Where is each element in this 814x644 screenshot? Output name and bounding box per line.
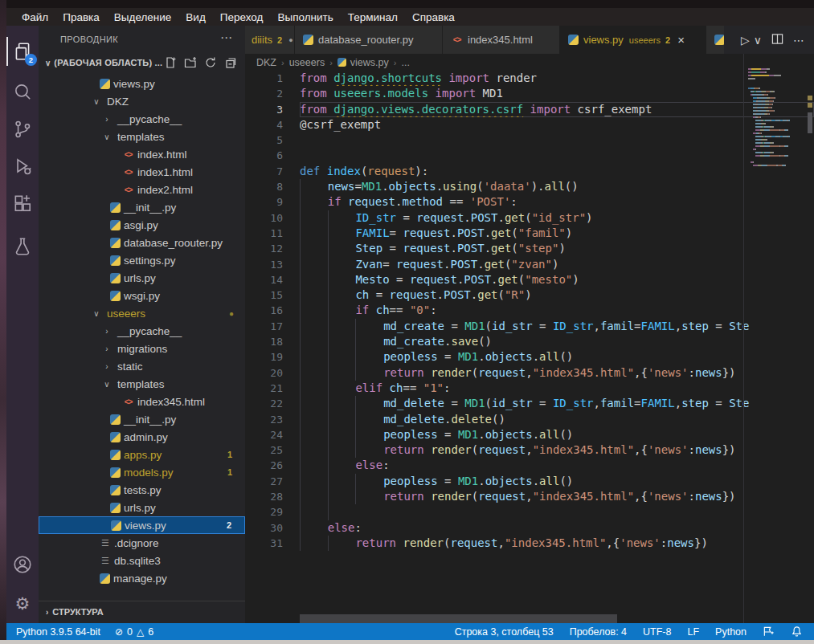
run-python-file-icon[interactable]: ▷ [741,35,750,46]
code-line-16[interactable]: 16 if ch== "0": [245,303,814,318]
tree-item-.dcignore[interactable]: ☰.dcignore [39,534,245,552]
code-line-29[interactable]: 29 [245,504,814,520]
tree-item-manage.py[interactable]: manage.py [39,569,245,587]
status-language-mode[interactable]: Python [715,626,747,638]
code-line-14[interactable]: 14 Mesto = request.POST.get("mesto") [245,272,814,287]
menu-item-Файл[interactable]: Файл [14,11,55,23]
status-problems[interactable]: ⊘0△6 [115,626,153,638]
code-line-24[interactable]: 24 peopless = MD1.objects.all() [245,427,814,442]
tree-item-models.py[interactable]: models.py1 [39,463,245,481]
code-line-28[interactable]: 28 return render(request,"index345.html"… [245,489,814,504]
code-line-27[interactable]: 27 peopless = MD1.objects.all() [245,474,814,489]
breadcrumb-item-...[interactable]: ... [401,57,409,68]
refresh-icon[interactable] [204,56,217,69]
status-eol[interactable]: LF [687,626,699,638]
code-line-18[interactable]: 18 md_create.save() [245,334,814,349]
new-folder-icon[interactable] [184,56,197,69]
tree-item-__init__.py[interactable]: __init__.py [39,410,245,428]
account-icon[interactable] [12,554,33,575]
tree-item-views.py[interactable]: views.py [39,75,245,92]
status-python-interpreter[interactable]: Python 3.9.5 64-bit [16,626,100,638]
horizontal-scrollbar[interactable] [300,614,617,623]
code-line-22[interactable]: 22 md_delete = MD1(id_str = ID_str,famil… [245,396,814,411]
menu-item-Переход[interactable]: Переход [213,11,271,23]
code-line-4[interactable]: 4@csrf_exempt [245,117,814,132]
code-line-12[interactable]: 12 Step = request.POST.get("step") [245,241,814,256]
tree-item-migrations[interactable]: ›migrations [39,340,245,357]
tree-item-index2.html[interactable]: <>index2.html [39,181,245,198]
tree-item-urls.py[interactable]: urls.py [39,499,245,516]
code-line-8[interactable]: 8 news=MD1.objects.using('daata').all() [245,179,814,194]
tree-item-index.html[interactable]: <>index.html [39,145,245,163]
code-line-6[interactable]: 6 [245,148,814,163]
settings-gear-icon[interactable]: ⚙ [12,593,33,613]
run-debug-icon[interactable] [12,156,33,177]
status-encoding[interactable]: UTF-8 [643,626,671,638]
outline-section-header[interactable]: › СТРУКТУРА [39,601,245,622]
tree-item-index345.html[interactable]: <>index345.html [39,393,245,410]
tree-item-settings.py[interactable]: settings.py [39,251,245,269]
collapse-all-icon[interactable] [224,56,237,69]
code-line-19[interactable]: 19 peopless = MD1.objects.all() [245,349,814,365]
tab-diiits[interactable]: diiits2● [245,26,295,54]
tree-item-wsgi.py[interactable]: wsgi.py [39,287,245,304]
tree-item-useeers[interactable]: ∨useeers● [39,304,245,322]
code-line-10[interactable]: 10 ID_str = request.POST.get("id_str") [245,210,814,226]
workspace-section-header[interactable]: ∨ (РАБОЧАЯ ОБЛАСТЬ) ... [39,53,245,72]
tree-item-index1.html[interactable]: <>index1.html [39,163,245,181]
breadcrumb-item-views.py[interactable]: views.py [350,57,389,68]
code-line-31[interactable]: 31 return render(request,"index345.html"… [245,536,814,551]
split-editor-icon[interactable] [771,33,783,47]
tab-close-icon[interactable]: × [677,33,685,47]
tree-item-templates[interactable]: ∨templates [39,375,245,393]
breadcrumb-item-DKZ[interactable]: DKZ [256,57,276,68]
code-editor[interactable]: 1from django.shortcuts import render2fro… [245,71,814,551]
code-line-15[interactable]: 15 ch = request.POST.get("R") [245,287,814,303]
menu-item-Выделение[interactable]: Выделение [107,11,179,23]
code-line-21[interactable]: 21 elif ch== "1": [245,381,814,396]
tab-index345.html[interactable]: <>index345.html [443,26,560,54]
breadcrumb-item-useeers[interactable]: useeers [289,57,325,68]
run-dropdown-chevron-icon[interactable]: ∨ [754,35,762,46]
tree-item-__pycache__[interactable]: ›__pycache__ [39,322,245,340]
tree-item-__pycache__[interactable]: ›__pycache__ [39,110,245,128]
menu-item-Правка[interactable]: Правка [55,11,107,23]
code-line-30[interactable]: 30 else: [245,520,814,536]
status-indentation[interactable]: Пробелов: 4 [570,626,627,638]
testing-icon[interactable] [12,236,33,257]
notifications-bell-icon[interactable] [791,626,803,638]
code-line-1[interactable]: 1from django.shortcuts import render [245,71,814,86]
code-line-3[interactable]: 3from django.views.decorators.csrf impor… [245,102,814,117]
tree-item-asgi.py[interactable]: asgi.py [39,216,245,234]
tree-item-static[interactable]: ›static [39,357,245,375]
code-line-11[interactable]: 11 FAMIL= request.POST.get("famil") [245,226,814,241]
code-line-25[interactable]: 25 return render(request,"index345.html"… [245,442,814,458]
tree-item-admin.py[interactable]: admin.py [39,428,245,446]
menu-item-Вид[interactable]: Вид [178,11,212,23]
extensions-icon[interactable] [12,193,33,214]
new-file-icon[interactable] [164,56,177,69]
code-line-17[interactable]: 17 md_create = MD1(id_str = ID_str,famil… [245,319,814,334]
code-line-9[interactable]: 9 if request.method == 'POST': [245,194,814,210]
tree-item-database_roouter.py[interactable]: database_roouter.py [39,234,245,251]
tree-item-urls.py[interactable]: urls.py [39,269,245,287]
source-control-icon[interactable] [12,119,33,140]
feedback-icon[interactable] [763,626,775,638]
code-line-7[interactable]: 7def index(request): [245,164,814,179]
explorer-icon[interactable]: 2 [12,41,33,62]
sidebar-more-actions-icon[interactable]: ⋯ [220,31,232,45]
code-line-26[interactable]: 26 else: [245,458,814,473]
code-line-5[interactable]: 5 [245,132,814,148]
minimap[interactable] [748,68,806,168]
tree-item-apps.py[interactable]: apps.py1 [39,446,245,463]
tree-item-__init__.py[interactable]: __init__.py [39,198,245,216]
tab-views.py[interactable]: views.pyuseeers2× [560,26,706,54]
code-line-20[interactable]: 20 return render(request,"index345.html"… [245,365,814,381]
search-icon[interactable] [12,81,33,102]
more-actions-icon[interactable]: ⋯ [793,35,804,46]
code-line-23[interactable]: 23 md_delete.delete() [245,412,814,427]
status-cursor-position[interactable]: Строка 3, столбец 53 [455,626,554,638]
code-line-2[interactable]: 2from useeers.models import MD1 [245,86,814,101]
tree-item-tests.py[interactable]: tests.py [39,481,245,499]
menu-item-Справка[interactable]: Справка [405,11,462,23]
